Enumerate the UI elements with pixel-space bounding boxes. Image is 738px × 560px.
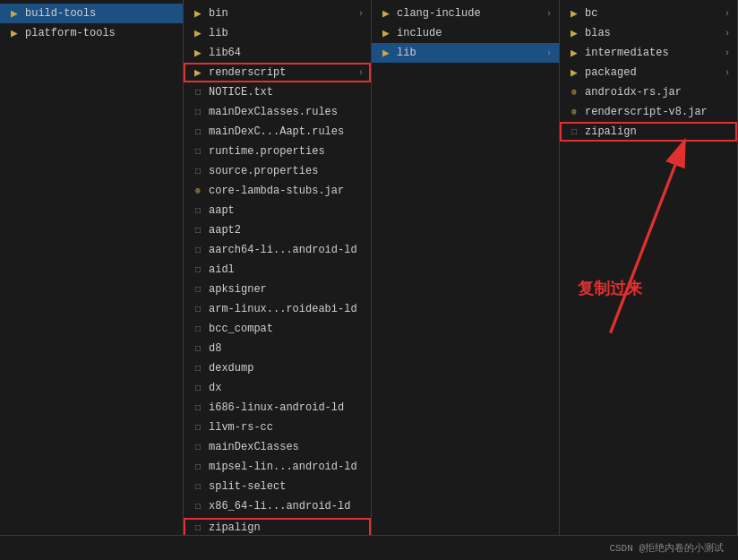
item-label: zipalign xyxy=(585,125,730,138)
expand-icon: › xyxy=(546,48,552,58)
item-label: include xyxy=(397,27,552,39)
folder-bin[interactable]: ▶ bin › xyxy=(184,4,371,23)
item-label: lib xyxy=(209,27,364,39)
file-icon: □ xyxy=(191,282,205,297)
folder-lib64[interactable]: ▶ lib64 xyxy=(184,43,371,63)
file-icon: □ xyxy=(191,322,205,336)
folder-blas[interactable]: ▶ blas › xyxy=(560,23,737,43)
exe-i686[interactable]: □ i686-linux-android-ld xyxy=(184,398,371,418)
item-label: arm-linux...roideabi-ld xyxy=(209,303,364,315)
folder-packaged[interactable]: ▶ packaged › xyxy=(560,63,737,82)
item-label: split-select xyxy=(209,480,364,493)
expand-icon: › xyxy=(725,29,730,39)
folder-icon: ▶ xyxy=(567,6,581,21)
file-core-lambda[interactable]: ⊚ core-lambda-stubs.jar xyxy=(184,181,371,201)
item-label: lib64 xyxy=(209,47,364,59)
exe-bcc-compat[interactable]: □ bcc_compat xyxy=(184,319,371,339)
jar-androidx-rs[interactable]: ⊚ androidx-rs.jar xyxy=(560,82,737,102)
copy-annotation-label: 复制过来 xyxy=(578,278,642,299)
item-label: core-lambda-stubs.jar xyxy=(209,185,364,197)
exe-aidl[interactable]: □ aidl xyxy=(184,260,371,280)
file-icon: □ xyxy=(191,440,205,454)
item-label: bcc_compat xyxy=(209,323,364,335)
item-label: llvm-rs-cc xyxy=(209,421,364,434)
folder-platform-tools[interactable]: ▶ platform-tools xyxy=(0,23,183,43)
folder-build-tools[interactable]: ▶ build-tools xyxy=(0,4,183,23)
item-label: mainDexC...Aapt.rules xyxy=(209,125,364,138)
item-label: mipsel-lin...android-ld xyxy=(209,461,364,473)
exe-aapt2[interactable]: □ aapt2 xyxy=(184,220,371,240)
exe-mipsel[interactable]: □ mipsel-lin...android-ld xyxy=(184,457,371,477)
item-label: lib xyxy=(397,47,543,59)
folder-bc[interactable]: ▶ bc › xyxy=(560,4,737,23)
file-icon: □ xyxy=(191,105,205,119)
exe-d8[interactable]: □ d8 xyxy=(184,339,371,358)
file-source-properties[interactable]: □ source.properties xyxy=(184,161,371,181)
file-mainDexClasses-rules[interactable]: □ mainDexClasses.rules xyxy=(184,102,371,122)
item-label: mainDexClasses xyxy=(209,441,364,453)
file-icon: □ xyxy=(191,499,205,513)
folder-icon: ▶ xyxy=(7,26,21,40)
folder-lib[interactable]: ▶ lib xyxy=(184,23,371,43)
file-icon: □ xyxy=(191,263,205,277)
file-icon: □ xyxy=(191,341,205,356)
file-icon: □ xyxy=(191,125,205,139)
column-4: ▶ bc › ▶ blas › ▶ intermediates › ▶ pack… xyxy=(560,0,738,535)
item-label: source.properties xyxy=(209,165,364,177)
item-label: build-tools xyxy=(25,7,176,20)
folder-icon: ▶ xyxy=(191,46,205,60)
exe-zipalign-col2[interactable]: □ zipalign xyxy=(184,518,371,535)
item-label: blas xyxy=(585,27,721,39)
file-icon: □ xyxy=(191,223,205,237)
folder-icon: ▶ xyxy=(567,46,581,60)
exe-dx[interactable]: □ dx xyxy=(184,378,371,398)
item-label: zipalign xyxy=(209,521,364,534)
folder-include[interactable]: ▶ include xyxy=(372,23,559,43)
exe-apksigner[interactable]: □ apksigner xyxy=(184,280,371,299)
file-icon: □ xyxy=(191,85,205,99)
file-icon: □ xyxy=(191,460,205,474)
exe-llvm-rs-cc[interactable]: □ llvm-rs-cc xyxy=(184,418,371,437)
file-icon: □ xyxy=(191,479,205,494)
file-icon: □ xyxy=(191,401,205,415)
file-icon: □ xyxy=(191,302,205,316)
item-label: androidx-rs.jar xyxy=(585,86,730,99)
file-icon: □ xyxy=(191,361,205,375)
exe-mainDexClasses[interactable]: □ mainDexClasses xyxy=(184,437,371,457)
item-label: aarch64-li...android-ld xyxy=(209,244,364,256)
folder-icon: ▶ xyxy=(567,26,581,40)
item-label: aidl xyxy=(209,263,364,276)
folder-icon: ▶ xyxy=(379,26,393,40)
file-mainDexC-Aapt[interactable]: □ mainDexC...Aapt.rules xyxy=(184,122,371,142)
column-1: ▶ build-tools ▶ platform-tools xyxy=(0,0,184,535)
jar-icon: ⊚ xyxy=(191,184,205,198)
exe-dexdump[interactable]: □ dexdump xyxy=(184,358,371,378)
folder-lib-selected[interactable]: ▶ lib › xyxy=(372,43,559,63)
exe-aarch64[interactable]: □ aarch64-li...android-ld xyxy=(184,240,371,260)
file-icon: □ xyxy=(191,521,205,535)
folder-clang-include[interactable]: ▶ clang-include › xyxy=(372,4,559,23)
file-notice[interactable]: □ NOTICE.txt xyxy=(184,82,371,102)
item-label: mainDexClasses.rules xyxy=(209,106,364,118)
jar-renderscript-v8[interactable]: ⊚ renderscript-v8.jar xyxy=(560,102,737,122)
file-icon: □ xyxy=(191,420,205,435)
item-label: clang-include xyxy=(397,7,543,20)
folder-icon: ▶ xyxy=(191,65,205,80)
item-label: aapt2 xyxy=(209,224,364,237)
item-label: renderscript xyxy=(209,66,355,79)
item-label: dexdump xyxy=(209,362,364,375)
folder-intermediates[interactable]: ▶ intermediates › xyxy=(560,43,737,63)
item-label: runtime.properties xyxy=(209,145,364,158)
exe-split-select[interactable]: □ split-select xyxy=(184,477,371,496)
exe-zipalign-col4[interactable]: □ zipalign xyxy=(560,122,737,142)
item-label: packaged xyxy=(585,66,721,79)
exe-aapt[interactable]: □ aapt xyxy=(184,201,371,220)
exe-x86_64[interactable]: □ x86_64-li...android-ld xyxy=(184,496,371,516)
exe-arm-linux[interactable]: □ arm-linux...roideabi-ld xyxy=(184,299,371,319)
folder-renderscript[interactable]: ▶ renderscript › xyxy=(184,63,371,82)
item-label: x86_64-li...android-ld xyxy=(209,500,364,513)
svg-line-1 xyxy=(611,141,685,333)
item-label: platform-tools xyxy=(25,27,176,39)
jar-icon: ⊚ xyxy=(567,105,581,119)
file-runtime-properties[interactable]: □ runtime.properties xyxy=(184,142,371,161)
